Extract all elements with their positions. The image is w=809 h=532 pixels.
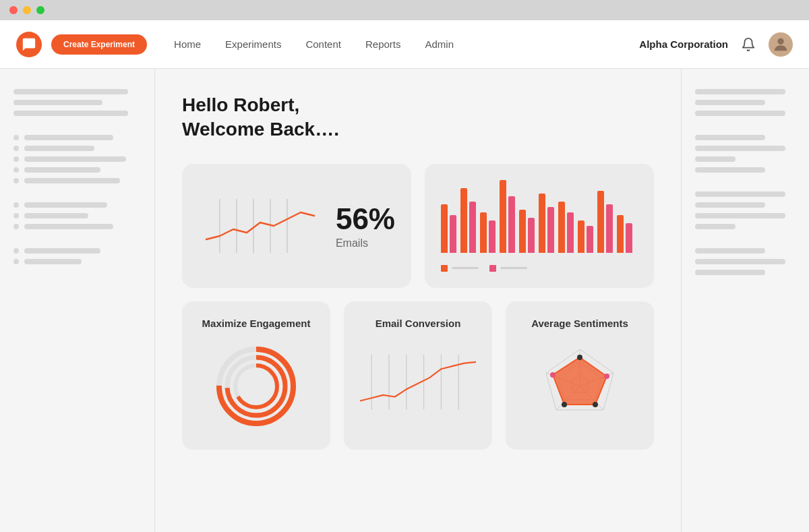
dashboard-bottom-row: Maximize Engagement	[182, 301, 654, 450]
right-skeleton	[695, 270, 765, 275]
right-skeleton	[695, 100, 765, 105]
sidebar-item	[13, 213, 141, 218]
bar-orange	[519, 210, 526, 253]
window-chrome	[0, 0, 809, 20]
maximize-engagement-card: Maximize Engagement	[182, 301, 330, 450]
bar-group-6	[539, 194, 554, 253]
bar-orange	[539, 194, 545, 253]
maximize-engagement-title: Maximize Engagement	[202, 318, 311, 329]
email-stat-info: 56% Emails	[336, 202, 395, 249]
main-content: Hello Robert, Welcome Back….	[155, 69, 681, 532]
right-skeleton	[695, 167, 765, 173]
legend-orange-dot	[441, 265, 448, 272]
bar-orange	[500, 180, 506, 253]
svg-marker-26	[553, 357, 607, 405]
sidebar-item	[13, 224, 141, 229]
body-layout: Hello Robert, Welcome Back….	[0, 69, 809, 532]
svg-point-28	[604, 374, 609, 379]
sidebar-item	[13, 135, 141, 140]
bar-orange	[597, 191, 604, 253]
dashboard-top-row: 56% Emails	[182, 164, 654, 288]
email-stat-card: 56% Emails	[182, 164, 411, 288]
right-group-4	[695, 248, 796, 275]
right-skeleton	[695, 213, 785, 218]
legend-orange	[441, 265, 479, 272]
email-label: Emails	[336, 237, 395, 249]
sidebar	[0, 69, 155, 532]
bar-pink	[469, 202, 476, 253]
sidebar-item	[13, 167, 141, 173]
create-experiment-button[interactable]: Create Experiment	[51, 34, 147, 55]
sidebar-item	[13, 146, 141, 151]
greeting-text: Hello Robert, Welcome Back….	[182, 93, 654, 142]
legend-orange-line	[452, 267, 479, 269]
bar-orange	[480, 212, 487, 253]
bar-group-5	[519, 210, 535, 253]
bar-group-4	[500, 180, 515, 253]
company-name: Alpha Corporation	[639, 38, 728, 50]
sidebar-skeleton	[13, 89, 128, 94]
nav-content[interactable]: Content	[305, 38, 341, 50]
email-conversion-title: Email Conversion	[376, 318, 461, 329]
app: Create Experiment Home Experiments Conte…	[0, 20, 809, 532]
avatar[interactable]	[769, 32, 793, 57]
svg-point-29	[593, 402, 598, 407]
bar-group-9	[597, 191, 613, 253]
bar-orange	[441, 204, 448, 253]
right-skeleton	[695, 259, 785, 264]
right-skeleton	[695, 89, 785, 94]
sidebar-item	[13, 259, 141, 264]
legend-pink-dot	[489, 265, 496, 272]
logo-icon[interactable]	[16, 32, 42, 57]
maximize-btn[interactable]	[36, 6, 44, 14]
right-skeleton	[695, 191, 785, 197]
right-skeleton	[695, 156, 736, 162]
right-group-2	[695, 135, 796, 173]
bar-pink	[489, 220, 496, 253]
nav-admin[interactable]: Admin	[425, 38, 454, 50]
sidebar-group-2	[13, 135, 141, 183]
bar-group-2	[460, 188, 476, 253]
nav-reports[interactable]: Reports	[365, 38, 401, 50]
bar-pink	[606, 204, 613, 253]
bar-pink	[547, 207, 554, 253]
right-skeleton	[695, 111, 785, 116]
minimize-btn[interactable]	[23, 6, 31, 14]
bar-chart	[441, 180, 638, 260]
sidebar-skeleton	[13, 100, 102, 105]
bar-pink	[567, 212, 574, 253]
bar-group-1	[441, 204, 456, 253]
bar-chart-card	[425, 164, 654, 288]
bar-pink	[450, 215, 456, 253]
right-skeleton	[695, 248, 765, 254]
bar-pink	[626, 223, 632, 253]
bar-pink	[587, 226, 593, 253]
donut-chart	[212, 343, 300, 430]
right-panel	[681, 69, 809, 532]
right-skeleton	[695, 224, 736, 229]
conversion-line-chart	[360, 343, 476, 434]
right-skeleton	[695, 202, 765, 208]
nav-home[interactable]: Home	[174, 38, 201, 50]
notification-bell-icon[interactable]	[739, 35, 758, 54]
svg-point-31	[550, 372, 556, 378]
bar-group-8	[578, 220, 593, 253]
nav-experiments[interactable]: Experiments	[225, 38, 281, 50]
bar-orange	[578, 220, 585, 253]
sidebar-group-1	[13, 89, 141, 116]
average-sentiments-card: Average Sentiments	[506, 301, 654, 450]
bar-group-10	[617, 215, 632, 253]
nav-links: Home Experiments Content Reports Admin	[174, 38, 639, 50]
sidebar-item	[13, 248, 141, 254]
nav-right: Alpha Corporation	[639, 32, 793, 57]
greeting: Hello Robert, Welcome Back….	[182, 93, 654, 142]
right-skeleton	[695, 135, 765, 140]
radar-chart	[536, 343, 624, 430]
bar-orange	[617, 215, 624, 253]
email-percentage: 56%	[336, 202, 395, 236]
navbar: Create Experiment Home Experiments Conte…	[0, 20, 809, 69]
svg-point-30	[562, 402, 567, 407]
sidebar-group-4	[13, 248, 141, 264]
close-btn[interactable]	[9, 6, 18, 14]
sidebar-skeleton	[13, 111, 128, 116]
